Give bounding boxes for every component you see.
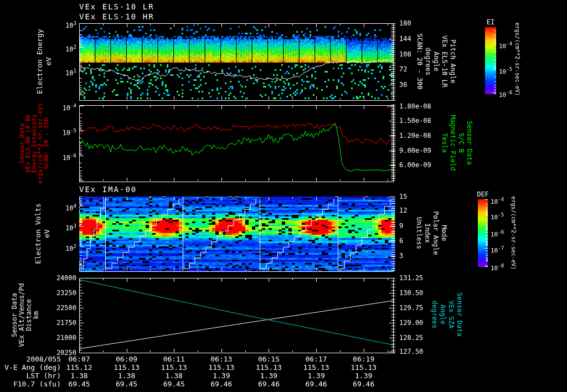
table-cell: 1.38 — [57, 372, 101, 380]
y-axis-right-tick-label: 129.75 — [399, 304, 449, 312]
panel3-title: VEx IMA-00 — [79, 185, 137, 194]
y-axis-right-tick-label: 6.00e-09 — [399, 161, 449, 169]
table-cell: 1.38 — [152, 372, 196, 380]
table-cell: 115.13 — [342, 364, 386, 372]
colorbar-tick-label: 10-4 — [499, 40, 524, 50]
table-cell: 69.46 — [342, 380, 386, 388]
table-cell: 1.39 — [342, 372, 386, 380]
table-cell: 115.13 — [152, 364, 196, 372]
table-cell: 1.39 — [294, 372, 338, 380]
y-axis-tick-label: 21750 — [37, 319, 76, 327]
y-axis-tick-label: 104 — [37, 202, 76, 212]
plot-window: VEx ELS-10 LR VEx ELS-10 HR VEx IMA-00 E… — [0, 0, 567, 392]
y-axis-tick-label: 21000 — [37, 334, 76, 342]
y-axis-tick-label: 10-4 — [37, 102, 76, 112]
colorbar1-units-label: ergs/(cm**2-sr-sec-eV) — [513, 23, 522, 96]
x-axis-time-label: 06:11 — [152, 355, 196, 363]
x-axis-time-label: 06:15 — [246, 355, 291, 363]
y-axis-right-tick-label: 9.00e-09 — [399, 147, 449, 154]
y-axis-right-tick-label: 72 — [399, 65, 449, 73]
y-axis-right-tick-label: 12 — [399, 207, 449, 214]
table-cell: 69.46 — [294, 380, 338, 388]
table-row-label: LST (hr) — [0, 372, 61, 380]
table-cell: 69.46 — [246, 380, 291, 388]
panel3-right-axis-label: Mode Polar Angle Index Unitless — [415, 211, 448, 255]
y-axis-tick-label: 23250 — [37, 289, 76, 297]
table-cell: 115.13 — [294, 364, 338, 372]
y-axis-right-tick-label: 128.25 — [399, 334, 449, 342]
y-axis-right-tick-label: 144 — [399, 35, 449, 43]
table-row-label: F10.7 (sfu) — [0, 380, 61, 388]
x-axis-time-label: 06:07 — [57, 355, 101, 363]
colorbar-tick-label: 10-6 — [491, 228, 516, 239]
panel1-title-line1: VEx ELS-10 LR — [79, 2, 154, 11]
panel1-title-line2: VEx ELS-10 HR — [79, 12, 154, 21]
y-axis-right-tick-label: 1.20e-08 — [399, 132, 449, 140]
y-axis-tick-label: 103 — [37, 222, 76, 232]
x-axis-time-label: 06:09 — [105, 355, 149, 363]
table-cell: 69.45 — [105, 380, 149, 388]
y-axis-right-tick-label: 36 — [399, 81, 449, 89]
table-cell: 1.39 — [199, 372, 244, 380]
colorbar2-title: DEF — [475, 190, 491, 198]
table-cell: 69.45 — [152, 380, 196, 388]
y-axis-right-tick-label: 108 — [399, 50, 449, 58]
colorbar-tick-label: 10-8 — [491, 262, 516, 272]
y-axis-right-tick-label: 6 — [399, 237, 449, 245]
x-axis-time-label: 06:13 — [199, 355, 244, 363]
panel4-left-axis-label: Sensor Data VEx Alt/Venus/Pd Distance km — [11, 283, 40, 347]
table-cell: 1.38 — [105, 372, 149, 380]
panel2-left-axis-label: Sensor Data VEx ELS-06 LR-Bk Energy Inte… — [19, 103, 49, 184]
colorbar-tick-label: 10-5 — [499, 65, 524, 76]
y-axis-right-tick-label: 130.50 — [399, 289, 449, 297]
colorbar1-title: EI — [483, 18, 498, 26]
y-axis-right-tick-label: 127.50 — [399, 348, 449, 355]
y-axis-tick-label: 102 — [37, 243, 76, 252]
y-axis-right-tick-label: 1.50e-08 — [399, 117, 449, 125]
colorbar-tick-label: 10-5 — [491, 211, 516, 221]
table-cell: 1.39 — [246, 372, 291, 380]
y-axis-tick-label: 24000 — [37, 274, 76, 282]
table-row-label: 2008/055 — [0, 355, 61, 363]
y-axis-tick-label: 10-5 — [37, 127, 76, 137]
y-axis-right-tick-label: 180 — [399, 19, 449, 27]
colorbar-tick-label: 10-7 — [491, 244, 516, 255]
y-axis-right-tick-label: 3 — [399, 252, 449, 260]
table-cell: 115.13 — [105, 364, 149, 372]
table-cell: 115.13 — [246, 364, 291, 372]
y-axis-right-tick-label: 15 — [399, 193, 449, 200]
panel1-left-axis-label: Electron Energy eV — [35, 29, 53, 94]
y-axis-right-tick-label: 131.25 — [399, 274, 449, 282]
y-axis-tick-label: 22500 — [37, 304, 76, 312]
y-axis-tick-label: 103 — [37, 19, 76, 29]
panel4-right-axis-label: Sensor Data VEx SZA Angle degrees — [430, 292, 463, 336]
colorbar-tick-label: 10-6 — [499, 89, 524, 99]
table-cell: 69.45 — [57, 380, 101, 388]
panel3-left-axis-label: Electron Volts eV — [34, 203, 51, 264]
table-row-label: V-E Ang (deg) — [0, 364, 61, 372]
colorbar-tick-label: 10-4 — [491, 195, 516, 206]
table-cell: 115.13 — [199, 364, 244, 372]
y-axis-right-tick-label: 129.00 — [399, 319, 449, 327]
y-axis-right-tick-label: 1.80e-08 — [399, 102, 449, 110]
table-cell: 115.12 — [57, 364, 101, 372]
y-axis-right-tick-label: 9 — [399, 222, 449, 230]
y-axis-tick-label: 102 — [37, 43, 76, 53]
x-axis-time-label: 06:17 — [294, 355, 338, 363]
y-axis-tick-label: 101 — [37, 67, 76, 77]
x-axis-time-label: 06:19 — [342, 355, 386, 363]
y-axis-tick-label: 10-6 — [37, 152, 76, 162]
table-cell: 69.46 — [199, 380, 244, 388]
